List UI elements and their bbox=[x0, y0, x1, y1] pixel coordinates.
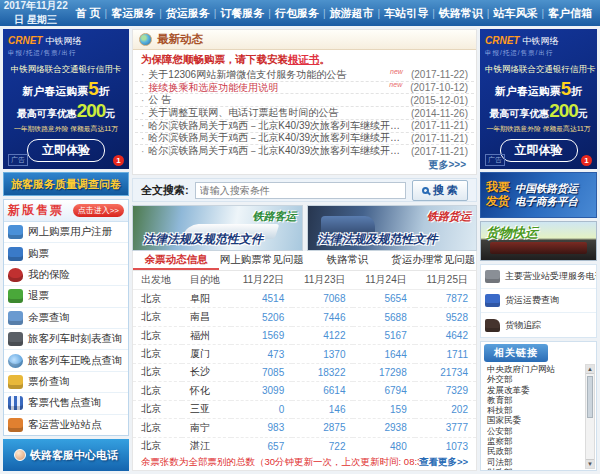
related-link[interactable]: 发展改革委 bbox=[487, 385, 583, 395]
menu-item-stations[interactable]: 客运营业站站点 bbox=[4, 415, 128, 435]
calculator-icon bbox=[485, 294, 500, 307]
freight-platform-label: 中国铁路货运电子商务平台 bbox=[515, 182, 578, 208]
scroll-down-arrow-icon[interactable]: ▼ bbox=[586, 459, 594, 468]
top-navigation-bar: 2017年11月22日 星期三 首 页| 客运服务| 货运服务| 订餐服务| 行… bbox=[0, 0, 600, 26]
related-link[interactable]: 外交部 bbox=[487, 374, 583, 384]
related-link[interactable]: 科技部 bbox=[487, 405, 583, 415]
col-destination: 目的地 bbox=[182, 271, 231, 290]
related-link[interactable]: 司法部 bbox=[487, 457, 583, 467]
menu-item-station-phones[interactable]: 主要营业站受理服务电话 bbox=[481, 265, 596, 289]
regulation-banners: 铁路客运 法律法规及规范性文件 铁路货运 法律法规及规范性文件 bbox=[132, 205, 477, 251]
nav-item-freight-service[interactable]: 货运服务 bbox=[162, 6, 214, 21]
nav-item-customer-mailbox[interactable]: 客户信箱 bbox=[544, 6, 596, 21]
nav-item-home[interactable]: 首 页 bbox=[71, 6, 104, 21]
remaining-tickets-table: 出发地 目的地 11月22日 11月23日 11月24日 11月25日 北京阜阳… bbox=[133, 271, 476, 455]
news-header: 最新动态 bbox=[133, 30, 476, 50]
menu-item-cargo-tracking[interactable]: 货物追踪 bbox=[481, 313, 596, 337]
search-icon bbox=[422, 187, 429, 194]
nav-item-passenger-service[interactable]: 客运服务 bbox=[107, 6, 159, 21]
ad-line2: 新户春运购票5折 bbox=[8, 78, 124, 100]
update-note: 余票张数为全部票别的总数（30分钟更新一次，上次更新时间: 08:38） bbox=[141, 456, 419, 469]
latest-news-panel: 最新动态 为保障您顺畅购票，请下载安装根证书。 ·关于12306网站新增微信支付… bbox=[132, 29, 477, 175]
freight-menu: 主要营业站受理服务电话 货运运费查询 货物追踪 bbox=[480, 264, 597, 338]
table-row[interactable]: 北京湛江6577224801073 bbox=[133, 437, 476, 455]
news-list: ·关于12306网站新增微信支付服务功能的公告new(2017-11-22) ·… bbox=[133, 69, 476, 157]
related-link[interactable]: 中央政府门户网站 bbox=[487, 364, 583, 374]
menu-item-fare-query[interactable]: 票价查询 bbox=[4, 372, 128, 393]
credit-card-ad-banner-left[interactable]: CRNET 中铁网络 申报/托运/售票/出行 中铁网络联合交通银行信用卡 新户春… bbox=[3, 29, 129, 169]
menu-item-agency[interactable]: 客票代售点查询 bbox=[4, 393, 128, 414]
links-scrollbar[interactable]: ▲ ▼ bbox=[585, 364, 595, 469]
related-link[interactable]: 教育部 bbox=[487, 395, 583, 405]
table-row[interactable]: 北京怀化3099661467947329 bbox=[133, 382, 476, 400]
service-survey-banner[interactable]: 旅客服务质量调查问卷 bbox=[3, 172, 129, 196]
enter-button[interactable]: 点击进入>> bbox=[73, 204, 124, 217]
related-link[interactable]: 公安部 bbox=[487, 426, 583, 436]
menu-item-punctuality[interactable]: 旅客列车正晚点查询 bbox=[4, 350, 128, 371]
menu-item-buy-ticket[interactable]: 购票 bbox=[4, 243, 128, 264]
menu-item-freight-rates[interactable]: 货运运费查询 bbox=[481, 289, 596, 313]
table-row[interactable]: 北京南昌5206744656889528 bbox=[133, 308, 476, 326]
scroll-up-arrow-icon[interactable]: ▲ bbox=[586, 365, 594, 374]
related-links-list: 中央政府门户网站 外交部 发展改革委 教育部 科技部 国家民委 公安部 监察部 … bbox=[481, 363, 596, 470]
table-row[interactable]: 北京南宁983287529383777 bbox=[133, 419, 476, 437]
agency-storefront-icon bbox=[8, 396, 23, 410]
ad-label: 广告 bbox=[485, 154, 505, 166]
tab-freight-faq[interactable]: 货运办理常见问题 bbox=[390, 251, 476, 270]
ad-line4: 一年期铁路意外险 保额最高达11万 bbox=[485, 124, 592, 134]
menu-title: 新版售票 bbox=[8, 202, 64, 219]
nav-item-luggage[interactable]: 行包服务 bbox=[271, 6, 323, 21]
related-link[interactable]: 民政部 bbox=[487, 446, 583, 456]
scrollbar-thumb[interactable] bbox=[587, 376, 593, 418]
cargo-train-icon bbox=[485, 319, 500, 332]
table-row[interactable]: 北京三亚0146159202 bbox=[133, 400, 476, 418]
ad-line3: 最高可享优惠200元 bbox=[485, 100, 592, 122]
related-link[interactable]: 财政部 bbox=[487, 467, 583, 470]
ad-tagline: 申报/托运/售票/出行 bbox=[485, 49, 592, 58]
timetable-train-icon bbox=[8, 332, 23, 346]
credit-card-ad-banner-right[interactable]: CRNET 中铁网络 申报/托运/售票/出行 中铁网络联合交通银行信用卡 新户春… bbox=[480, 29, 597, 169]
tab-railway-knowledge[interactable]: 铁路常识 bbox=[305, 251, 391, 270]
menu-item-refund[interactable]: 退票 bbox=[4, 286, 128, 307]
table-row[interactable]: 北京长沙7085183221729821734 bbox=[133, 363, 476, 381]
nav-item-railway-knowledge[interactable]: 铁路常识 bbox=[435, 6, 487, 21]
news-title: 最新动态 bbox=[157, 32, 203, 47]
ad-line3: 最高可享优惠200元 bbox=[8, 100, 124, 122]
phone-icon bbox=[485, 270, 500, 283]
info-tabs: 余票动态信息 网上购票常见问题 铁路常识 货运办理常见问题 bbox=[132, 251, 477, 271]
crnet-logo: CRNET bbox=[485, 35, 519, 46]
table-row[interactable]: 北京阜阳4514706856547872 bbox=[133, 290, 476, 308]
col-date-1: 11月22日 bbox=[231, 271, 292, 290]
ticketing-menu-header: 新版售票 点击进入>> bbox=[4, 200, 128, 222]
fulltext-search-bar: 全文搜索: 搜 索 bbox=[132, 178, 477, 202]
menu-item-insurance[interactable]: 我的保险 bbox=[4, 265, 128, 286]
menu-item-timetable[interactable]: 旅客列车时刻表查询 bbox=[4, 329, 128, 350]
related-link[interactable]: 国家民委 bbox=[487, 415, 583, 425]
new-badge: new bbox=[390, 68, 403, 75]
tab-online-purchase-faq[interactable]: 网上购票常见问题 bbox=[219, 251, 305, 270]
news-more-link[interactable]: 更多>>> bbox=[133, 157, 476, 174]
menu-item-register[interactable]: 网上购票用户注册 bbox=[4, 222, 128, 243]
search-button[interactable]: 搜 索 bbox=[412, 180, 468, 201]
passenger-regulations-banner[interactable]: 铁路客运 法律法规及规范性文件 bbox=[132, 205, 303, 251]
nav-item-travel-mall[interactable]: 旅游超市 bbox=[326, 6, 378, 21]
cargo-express-banner[interactable]: 货物快运 bbox=[480, 221, 597, 261]
freight-ecommerce-banner[interactable]: 我要发货 中国铁路货运电子商务平台 bbox=[480, 172, 597, 218]
table-row[interactable]: 北京福州1569412251674642 bbox=[133, 326, 476, 344]
see-more-link[interactable]: 查看更多>> bbox=[419, 456, 468, 469]
search-input[interactable] bbox=[195, 182, 406, 199]
main-content: CRNET 中铁网络 申报/托运/售票/出行 中铁网络联合交通银行信用卡 新户春… bbox=[0, 26, 600, 474]
railway-portal-page: 2017年11月22日 星期三 首 页| 客运服务| 货运服务| 订餐服务| 行… bbox=[0, 0, 600, 474]
related-link[interactable]: 监察部 bbox=[487, 436, 583, 446]
table-row[interactable]: 北京厦门473137016441711 bbox=[133, 345, 476, 363]
root-certificate-link[interactable]: 根证书 bbox=[288, 53, 320, 65]
menu-item-ticket-query[interactable]: 余票查询 bbox=[4, 308, 128, 329]
nav-item-catering[interactable]: 订餐服务 bbox=[216, 6, 268, 21]
tab-remaining-tickets[interactable]: 余票动态信息 bbox=[133, 251, 219, 270]
nav-item-station-style[interactable]: 站车风采 bbox=[489, 6, 541, 21]
customer-service-phone-banner[interactable]: 铁路客服中心电话 bbox=[3, 439, 129, 471]
freight-regulations-banner[interactable]: 铁路货运 法律法规及规范性文件 bbox=[307, 205, 478, 251]
nav-item-station-guide[interactable]: 车站引导 bbox=[380, 6, 432, 21]
refund-arrows-icon bbox=[8, 289, 23, 303]
news-item: ·哈尔滨铁路局关于鸡西－北京K40/39次旅客列车继续开行等其他事项的...(2… bbox=[135, 145, 474, 157]
